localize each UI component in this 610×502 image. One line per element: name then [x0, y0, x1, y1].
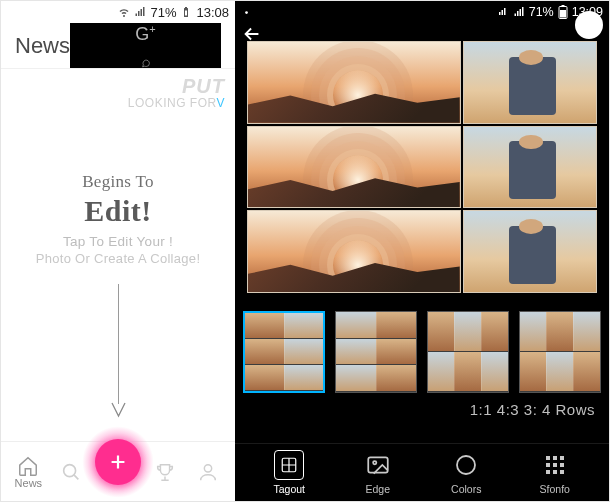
svg-rect-5	[561, 5, 564, 7]
image-icon	[365, 452, 391, 478]
watermark-line1: PUT	[1, 75, 225, 97]
battery-icon	[558, 5, 568, 19]
left-app-screen: 71% 13:08 News G+ PUT LOOKING FORV Begin…	[1, 1, 235, 501]
tool-background[interactable]: Sfonfo	[511, 450, 600, 495]
tool-edge[interactable]: Edge	[334, 450, 423, 495]
collage-row	[247, 41, 597, 124]
layout-icon	[280, 456, 298, 474]
layout-thumb[interactable]	[335, 311, 417, 393]
tool-colors[interactable]: Colors	[422, 450, 511, 495]
page-title: News	[15, 33, 70, 59]
svg-point-9	[457, 456, 475, 474]
svg-point-2	[245, 11, 248, 14]
bottom-nav: News	[1, 441, 235, 501]
svg-rect-10	[546, 456, 550, 460]
collage-row	[247, 210, 597, 293]
plus-icon	[107, 451, 129, 473]
layout-thumb[interactable]	[243, 311, 325, 393]
collage-cell[interactable]	[463, 126, 597, 209]
header: News G+	[1, 23, 235, 69]
nav-news[interactable]: News	[7, 455, 50, 489]
status-bar: 71% 13:09	[235, 1, 609, 23]
battery-pct: 71%	[529, 5, 554, 19]
hero-area: Begins To Edit! Tap To Edit Your ! Photo…	[1, 110, 235, 441]
watermark: PUT LOOKING FORV	[1, 69, 235, 110]
avatar[interactable]	[575, 11, 603, 39]
nav-profile[interactable]	[186, 461, 229, 483]
signal-icon	[134, 6, 146, 18]
hero-line2: Edit!	[84, 194, 152, 228]
bottom-toolbar: Tagout Edge Colors Sfonfo	[235, 443, 609, 501]
arrow-left-icon	[241, 23, 263, 45]
svg-rect-13	[546, 463, 550, 467]
hero-line3: Tap To Edit Your !	[63, 234, 173, 249]
clock: 13:08	[196, 5, 229, 20]
collage-row	[247, 126, 597, 209]
arrow-head-icon	[111, 402, 126, 420]
svg-point-0	[64, 464, 76, 476]
back-button[interactable]	[241, 23, 263, 49]
watermark-line2: LOOKING FORV	[1, 97, 225, 110]
arrow-down	[118, 284, 119, 434]
svg-rect-12	[560, 456, 564, 460]
collage-cell[interactable]	[247, 210, 461, 293]
wifi-icon	[118, 6, 130, 18]
chat-icon[interactable]	[135, 59, 157, 68]
indicator-icon	[241, 7, 252, 18]
collage-cell[interactable]	[463, 210, 597, 293]
svg-point-8	[373, 461, 376, 464]
ratio-options[interactable]: 1:1 4:3 3: 4 Rows	[235, 401, 609, 418]
svg-rect-17	[553, 470, 557, 474]
signal-icon	[513, 6, 525, 18]
fab-add[interactable]	[82, 426, 154, 498]
gplus-icon[interactable]: G+	[135, 23, 155, 45]
hero-line1: Begins To	[82, 172, 154, 192]
svg-rect-14	[553, 463, 557, 467]
collage-canvas[interactable]	[235, 41, 609, 293]
svg-rect-15	[560, 463, 564, 467]
svg-rect-18	[560, 470, 564, 474]
layout-thumb[interactable]	[427, 311, 509, 393]
pattern-icon	[543, 453, 567, 477]
profile-icon	[197, 461, 219, 483]
search-icon	[60, 461, 82, 483]
status-bar: 71% 13:08	[1, 1, 235, 23]
circle-icon	[454, 453, 478, 477]
battery-pct: 71%	[150, 5, 176, 20]
collage-cell[interactable]	[247, 126, 461, 209]
svg-point-1	[204, 464, 211, 471]
collage-cell[interactable]	[463, 41, 597, 124]
network-icon	[497, 6, 509, 18]
collage-cell[interactable]	[247, 41, 461, 124]
trophy-icon	[154, 461, 176, 483]
right-app-screen: 71% 13:09	[235, 1, 609, 501]
layout-thumbnails	[235, 311, 609, 393]
svg-rect-16	[546, 470, 550, 474]
battery-icon	[180, 6, 192, 18]
tool-layout[interactable]: Tagout	[245, 450, 334, 495]
svg-rect-11	[553, 456, 557, 460]
home-icon	[17, 455, 39, 477]
hero-line4: Photo Or Create A Collage!	[36, 251, 201, 266]
layout-thumb[interactable]	[519, 311, 601, 393]
svg-rect-4	[560, 10, 566, 18]
